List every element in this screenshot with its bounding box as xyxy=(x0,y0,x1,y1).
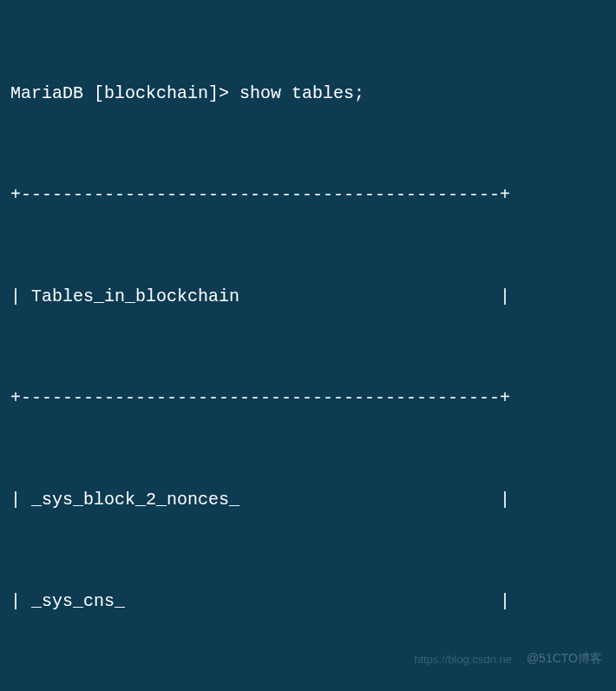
watermark-url: https://blog.csdn.ne xyxy=(414,648,512,670)
table-header: | Tables_in_blockchain | xyxy=(10,280,606,313)
terminal-output: MariaDB [blockchain]> show tables; +----… xyxy=(10,9,606,691)
prompt-line[interactable]: MariaDB [blockchain]> show tables; xyxy=(10,76,606,110)
db-prompt: MariaDB [blockchain]> xyxy=(10,76,239,110)
table-row: | _sys_cns_ | xyxy=(10,584,606,618)
table-row: | _sys_block_2_nonces_ | xyxy=(10,483,606,517)
table-row: | _sys_config_ | xyxy=(10,686,606,691)
sql-command: show tables; xyxy=(239,76,364,110)
table-border-mid: +---------------------------------------… xyxy=(10,381,606,415)
table-border-top: +---------------------------------------… xyxy=(10,178,606,212)
watermark-text: @51CTO博客 xyxy=(527,647,602,670)
